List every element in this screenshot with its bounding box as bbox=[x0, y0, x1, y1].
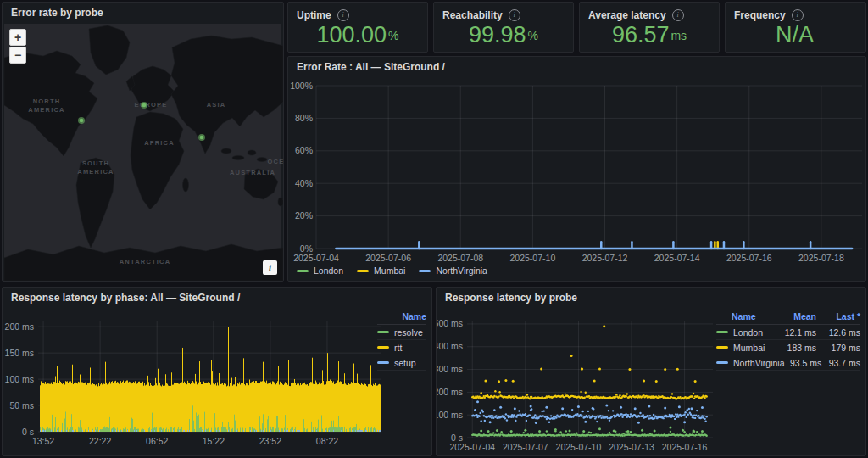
map-attribution-button[interactable]: i bbox=[263, 260, 277, 275]
legend-dash bbox=[297, 270, 309, 272]
legend-header-name[interactable]: Name bbox=[377, 310, 426, 325]
svg-text:2025-07-08: 2025-07-08 bbox=[437, 253, 483, 263]
svg-text:AMERICA: AMERICA bbox=[28, 106, 64, 114]
svg-text:2025-07-04: 2025-07-04 bbox=[293, 253, 339, 263]
legend-row-london[interactable]: London 12.1 ms 12.6 ms bbox=[716, 325, 860, 340]
svg-text:2025-07-12: 2025-07-12 bbox=[582, 253, 628, 263]
stat-unit: % bbox=[528, 29, 538, 42]
latency-by-phase-chart[interactable]: 200 ms150 ms100 ms50 ms0 s13:5222:2206:5… bbox=[3, 288, 431, 455]
svg-text:0%: 0% bbox=[300, 243, 313, 254]
legend-last-value: 93.7 ms bbox=[821, 358, 860, 368]
panel-error-rate-chart: Error Rate : All — SiteGround / 2025-07-… bbox=[287, 56, 866, 282]
world-map[interactable]: NORTHAMERICASOUTHAMERICAEUROPEASIAAFRICA… bbox=[4, 24, 281, 279]
info-icon[interactable]: i bbox=[672, 9, 684, 21]
legend-dash bbox=[357, 270, 369, 272]
legend-dash bbox=[377, 346, 389, 349]
svg-text:80%: 80% bbox=[295, 113, 313, 123]
svg-text:2025-07-07: 2025-07-07 bbox=[503, 442, 548, 452]
svg-text:400 ms: 400 ms bbox=[437, 341, 463, 351]
svg-text:100 ms: 100 ms bbox=[437, 410, 463, 420]
legend-header-last[interactable]: Last * bbox=[816, 311, 860, 321]
stat-value: 96.57 bbox=[612, 24, 670, 47]
legend-row-setup[interactable]: setup bbox=[377, 355, 426, 371]
info-icon[interactable]: i bbox=[509, 9, 520, 21]
svg-text:50 ms: 50 ms bbox=[9, 400, 34, 411]
legend-item-northvirginia[interactable]: NorthVirginia bbox=[419, 265, 487, 276]
panel-frequency: Frequency i N/A bbox=[725, 2, 866, 53]
map-zoom-in-button[interactable]: + bbox=[9, 29, 26, 46]
legend-label: Mumbai bbox=[733, 343, 765, 353]
legend-last-value: 12.6 ms bbox=[816, 327, 860, 338]
info-icon[interactable]: i bbox=[792, 9, 804, 21]
panel-error-rate-by-probe: Error rate by probe bbox=[2, 2, 284, 282]
legend-header-name[interactable]: Name bbox=[716, 311, 774, 321]
legend-dash bbox=[377, 331, 389, 333]
svg-text:ANTARCTICA: ANTARCTICA bbox=[120, 258, 171, 265]
svg-text:2025-07-16: 2025-07-16 bbox=[726, 253, 772, 263]
legend-mean-value: 93.5 ms bbox=[785, 358, 822, 368]
info-icon[interactable]: i bbox=[337, 9, 349, 21]
legend-label: setup bbox=[394, 358, 416, 368]
svg-text:ASIA: ASIA bbox=[207, 101, 226, 109]
svg-text:2025-07-16: 2025-07-16 bbox=[662, 442, 708, 452]
legend-dash bbox=[716, 331, 728, 333]
panel-reachability: Reachability i 99.98% bbox=[433, 2, 574, 53]
svg-text:NORTH: NORTH bbox=[33, 98, 61, 105]
world-map-canvas[interactable]: NORTHAMERICASOUTHAMERICAEUROPEASIAAFRICA… bbox=[4, 24, 283, 281]
svg-text:AUSTRALIA: AUSTRALIA bbox=[230, 169, 275, 176]
svg-text:40%: 40% bbox=[295, 178, 313, 188]
legend-dash bbox=[716, 361, 728, 364]
stat-unit: % bbox=[388, 29, 398, 42]
legend-label: London bbox=[733, 327, 763, 338]
legend-label: resolve bbox=[394, 327, 423, 338]
legend-last-value: 179 ms bbox=[816, 343, 860, 353]
error-rate-chart[interactable]: 2025-07-042025-07-062025-07-082025-07-10… bbox=[288, 57, 865, 281]
continents bbox=[4, 25, 283, 281]
legend-row-mumbai[interactable]: Mumbai 183 ms 179 ms bbox=[716, 340, 860, 355]
svg-text:2025-07-18: 2025-07-18 bbox=[798, 253, 844, 263]
panel-uptime: Uptime i 100.00% bbox=[287, 2, 428, 53]
phase-legend-table: Name resolve rtt setup bbox=[377, 310, 426, 371]
panel-average-latency: Average latency i 96.57ms bbox=[579, 2, 720, 53]
stat-title: Frequency bbox=[734, 9, 786, 21]
legend-row-rtt[interactable]: rtt bbox=[377, 340, 426, 355]
legend-row-northvirginia[interactable]: NorthVirginia 93.5 ms 93.7 ms bbox=[716, 355, 860, 371]
svg-text:20%: 20% bbox=[295, 210, 313, 221]
stat-value: 100.00 bbox=[316, 24, 387, 47]
panel-title[interactable]: Error rate by probe bbox=[3, 3, 283, 23]
map-zoom-out-button[interactable]: − bbox=[9, 47, 26, 64]
svg-text:300 ms: 300 ms bbox=[437, 364, 463, 374]
panel-latency-by-probe: Response latency by probe 500 ms400 ms30… bbox=[436, 287, 866, 456]
svg-text:SOUTH: SOUTH bbox=[82, 159, 109, 167]
svg-text:2025-07-13: 2025-07-13 bbox=[609, 442, 654, 452]
svg-text:15:22: 15:22 bbox=[203, 436, 225, 446]
svg-text:06:52: 06:52 bbox=[146, 436, 168, 446]
probe-legend-table: Name Mean Last * London 12.1 ms 12.6 ms … bbox=[716, 310, 860, 371]
svg-text:60%: 60% bbox=[295, 145, 313, 155]
legend-mean-value: 12.1 ms bbox=[774, 327, 816, 338]
legend-item-mumbai[interactable]: Mumbai bbox=[357, 265, 405, 276]
svg-text:100%: 100% bbox=[290, 81, 313, 91]
stat-value: N/A bbox=[776, 24, 814, 47]
stat-title: Average latency bbox=[588, 9, 666, 21]
legend-mean-value: 183 ms bbox=[774, 343, 816, 353]
legend-label: London bbox=[314, 265, 343, 276]
legend-dash bbox=[419, 270, 431, 272]
svg-text:2025-07-04: 2025-07-04 bbox=[449, 442, 495, 452]
svg-text:2025-07-06: 2025-07-06 bbox=[365, 253, 411, 263]
stat-title: Uptime bbox=[297, 9, 331, 21]
legend-dash bbox=[377, 361, 389, 364]
svg-text:150 ms: 150 ms bbox=[5, 348, 34, 358]
svg-text:22:22: 22:22 bbox=[89, 436, 111, 446]
svg-text:500 ms: 500 ms bbox=[437, 318, 463, 328]
svg-text:AMERICA: AMERICA bbox=[77, 168, 114, 176]
svg-text:EUROPE: EUROPE bbox=[135, 101, 168, 109]
svg-text:100 ms: 100 ms bbox=[5, 374, 34, 384]
svg-text:0 s: 0 s bbox=[22, 427, 34, 437]
legend-row-resolve[interactable]: resolve bbox=[377, 325, 426, 340]
stat-title: Reachability bbox=[442, 9, 503, 21]
legend-item-london[interactable]: London bbox=[297, 265, 343, 276]
svg-text:08:22: 08:22 bbox=[316, 436, 338, 446]
panel-latency-by-phase: Response latency by phase: All — SiteGro… bbox=[2, 287, 432, 456]
legend-header-mean[interactable]: Mean bbox=[774, 311, 816, 321]
